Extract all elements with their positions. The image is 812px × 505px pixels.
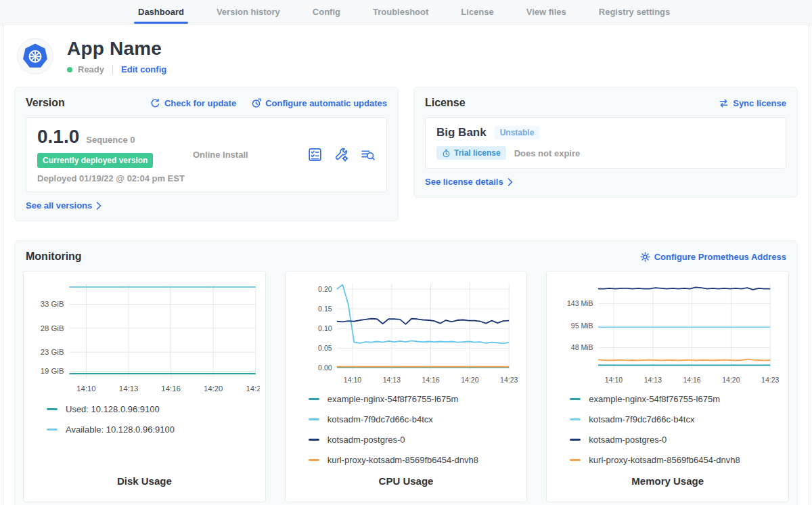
refresh-icon [150,98,160,108]
preflight-checks-button[interactable] [307,147,323,162]
tab-license[interactable]: License [445,0,510,24]
legend-swatch [570,418,581,420]
svg-text:0.15: 0.15 [318,305,332,313]
license-card: License Sync license Big Bank Unstable [413,87,798,198]
sequence-label: Sequence 0 [86,135,135,145]
page-title: App Name [67,38,166,60]
svg-text:33 GiB: 33 GiB [41,300,64,308]
legend-swatch [570,398,581,400]
svg-text:14:10: 14:10 [76,385,95,393]
legend-label: kurl-proxy-kotsadm-8569fb6454-dnvh8 [328,455,478,465]
status-text: Ready [78,64,104,74]
legend-label: kotsadm-7f9dc7d66c-b4tcx [328,414,433,424]
legend-swatch [47,408,58,410]
chevron-right-icon [508,178,513,186]
current-version-panel: 0.1.0 Sequence 0 Currently deployed vers… [26,117,387,192]
kubernetes-icon [21,42,49,70]
svg-text:14:20: 14:20 [204,385,223,393]
disk-usage-legend: Used: 10.128.0.96:9100Available: 10.128.… [47,404,260,445]
see-all-versions-link[interactable]: See all versions [26,200,102,211]
legend-item: kotsadm-postgres-0 [309,435,522,445]
legend-swatch [309,398,319,400]
legend-label: kotsadm-postgres-0 [328,435,405,445]
sync-license-link[interactable]: Sync license [719,98,786,108]
channel-badge: Unstable [495,126,540,139]
memory-usage-chart-card: 48 MiB95 MiB143 MiB14:1014:1314:1614:201… [546,271,789,502]
app-header: App Name Ready Edit config [14,35,798,87]
cpu-usage-plot: 0.000.050.100.150.2014:1014:1314:1614:20… [291,278,522,387]
svg-text:19 GiB: 19 GiB [41,367,64,375]
legend-label: kurl-proxy-kotsadm-8569fb6454-dnvh8 [589,455,740,465]
legend-swatch [570,439,581,441]
svg-text:48 MiB: 48 MiB [571,343,593,351]
monitoring-card: Monitoring Configure Prometheu [14,240,798,505]
chart-title: Disk Usage [29,475,260,492]
chevron-right-icon [96,202,102,210]
check-for-update-link[interactable]: Check for update [150,98,236,108]
svg-text:0.05: 0.05 [318,344,332,352]
svg-text:14:23: 14:23 [500,376,518,384]
svg-text:23 GiB: 23 GiB [41,348,64,356]
deployed-badge: Currently deployed version [37,153,153,168]
stopwatch-icon [442,149,451,158]
legend-item: kurl-proxy-kotsadm-8569fb6454-dnvh8 [570,455,783,465]
tab-config[interactable]: Config [296,0,357,24]
tab-troubleshoot[interactable]: Troubleshoot [357,0,445,24]
clock-refresh-icon [251,98,261,108]
legend-label: Available: 10.128.0.96:9100 [66,424,175,435]
legend-swatch [309,439,319,441]
tab-registry-settings[interactable]: Registry settings [583,0,686,24]
legend-item: kotsadm-7f9dc7d66c-b4tcx [309,414,522,424]
memory-usage-legend: example-nginx-54f8f76755-l675mkotsadm-7f… [570,394,783,475]
svg-text:14:10: 14:10 [605,376,623,384]
tab-version-history[interactable]: Version history [200,0,296,24]
expiration-label: Does not expire [514,148,581,158]
log-search-icon [360,147,376,162]
status-dot [67,67,72,72]
deployed-timestamp: Deployed 01/19/22 @ 02:04 pm EST [37,173,193,183]
install-type-label: Online Install [193,150,307,160]
svg-text:14:10: 14:10 [344,376,361,384]
legend-swatch [309,459,319,461]
legend-swatch [47,429,58,431]
legend-label: example-nginx-54f8f76755-l675m [589,394,720,404]
divider [112,65,113,74]
svg-text:14:16: 14:16 [422,376,439,384]
svg-text:14:13: 14:13 [119,385,138,393]
version-number: 0.1.0 [37,126,79,148]
svg-text:0.00: 0.00 [318,364,332,372]
chart-title: Memory Usage [552,475,783,492]
configure-automatic-updates-link[interactable]: Configure automatic updates [251,98,387,108]
cpu-usage-chart-card: 0.000.050.100.150.2014:1014:1314:1614:20… [285,271,528,502]
svg-text:14:16: 14:16 [683,376,701,384]
svg-text:14:23: 14:23 [761,376,779,384]
legend-swatch [570,459,581,461]
legend-item: kotsadm-7f9dc7d66c-b4tcx [570,414,783,424]
svg-text:14:13: 14:13 [644,376,662,384]
license-card-title: License [425,97,466,109]
top-navbar: Dashboard Version history Config Trouble… [0,0,812,24]
tab-dashboard[interactable]: Dashboard [122,0,200,24]
svg-text:14:16: 14:16 [161,385,180,393]
view-logs-button[interactable] [360,147,376,162]
svg-text:143 MiB: 143 MiB [567,299,593,307]
tab-view-files[interactable]: View files [510,0,583,24]
disk-usage-plot: 19 GiB23 GiB28 GiB33 GiB14:1014:1314:161… [29,278,260,397]
chart-title: CPU Usage [291,475,522,492]
legend-label: kotsadm-7f9dc7d66c-b4tcx [589,414,694,424]
svg-text:0.20: 0.20 [318,285,332,293]
edit-config-link[interactable]: Edit config [121,64,166,74]
license-panel: Big Bank Unstable Trial license Does not… [425,117,786,169]
see-license-details-link[interactable]: See license details [425,177,513,187]
svg-text:14:13: 14:13 [382,376,400,384]
legend-label: example-nginx-54f8f76755-l675m [328,394,459,404]
app-logo [17,38,53,74]
svg-text:14:23: 14:23 [246,385,259,393]
gear-icon [640,252,650,262]
configure-prometheus-link[interactable]: Configure Prometheus Address [640,252,786,262]
svg-text:28 GiB: 28 GiB [41,324,64,332]
edit-config-button[interactable] [334,147,349,162]
checklist-icon [307,147,323,162]
legend-item: Used: 10.128.0.96:9100 [47,404,260,414]
svg-text:95 MiB: 95 MiB [571,322,593,330]
